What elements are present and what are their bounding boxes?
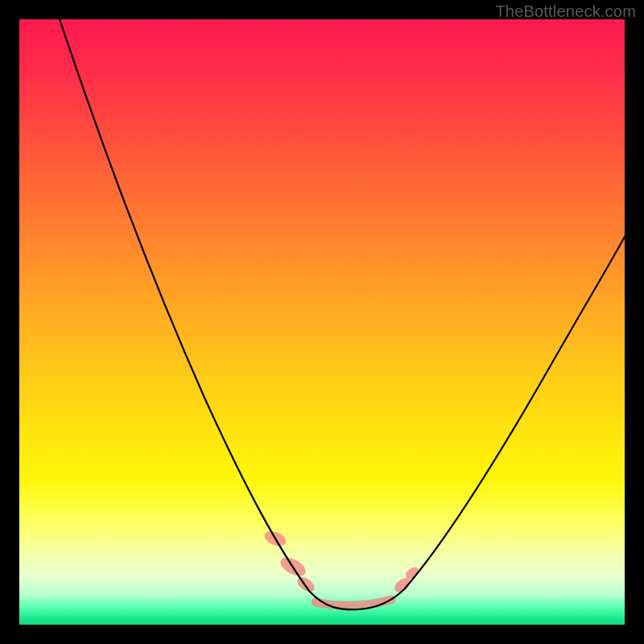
- curve-svg: [19, 19, 625, 625]
- watermark-text: TheBottleneck.com: [495, 2, 636, 21]
- chart-frame: TheBottleneck.com: [0, 0, 644, 644]
- left-shoulder-blob-3: [295, 574, 317, 594]
- bottleneck-curve: [52, 19, 625, 609]
- plot-area: [19, 19, 625, 625]
